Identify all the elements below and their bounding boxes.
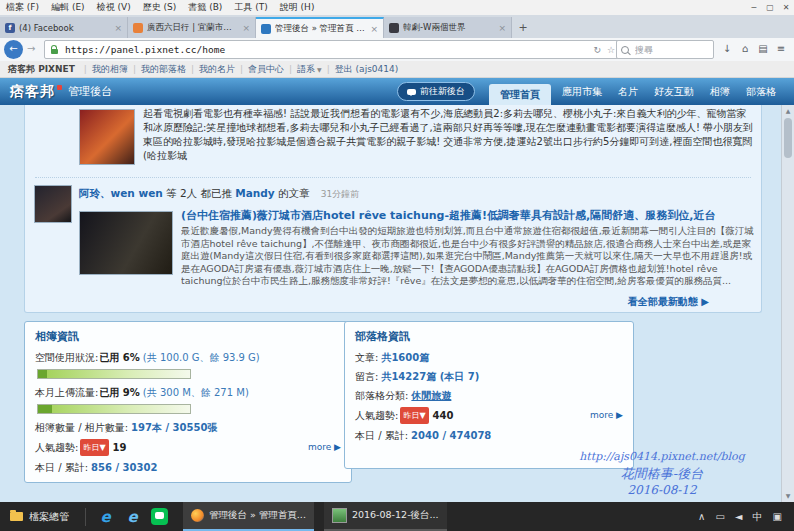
- category-link[interactable]: 休閒旅遊: [411, 388, 451, 403]
- tab-app-market[interactable]: 應用市集: [554, 78, 610, 105]
- menu-file[interactable]: 檔案 (F): [0, 1, 45, 14]
- see-all-activity-link[interactable]: 看全部最新動態 ▶: [628, 295, 709, 309]
- comments-label: 留言:: [355, 369, 378, 384]
- window-controls: ─ ▢ ✕: [746, 3, 794, 12]
- tab-facebook[interactable]: f (4) Facebook ×: [0, 17, 128, 38]
- my-album-link[interactable]: 我的相簿: [92, 63, 128, 76]
- close-icon[interactable]: ✕: [778, 3, 794, 12]
- download-icon[interactable]: ↓: [718, 40, 736, 58]
- volume-icon[interactable]: ◄: [735, 511, 743, 522]
- yesterday-badge: 昨日▼: [400, 407, 428, 424]
- search-input[interactable]: [633, 44, 709, 56]
- tab-close-icon[interactable]: ×: [495, 23, 506, 33]
- tab-drama[interactable]: 韓劇-W兩個世界 ×: [384, 17, 512, 38]
- library-icon[interactable]: ▤: [754, 40, 772, 58]
- image-file-icon: [332, 508, 347, 523]
- scrollbar-thumb[interactable]: [784, 118, 792, 158]
- album-trend-label: 人氣趨勢:: [35, 440, 78, 455]
- go-new-label: 前往新後台: [420, 85, 465, 98]
- line-icon: [151, 508, 168, 525]
- feed-item2-avatar[interactable]: [34, 185, 72, 223]
- articles-value: 共1600篇: [381, 350, 429, 365]
- album-today-value: 856 / 30302: [91, 460, 157, 475]
- album-today-label: 本日 / 累計:: [35, 460, 88, 475]
- my-blog-link[interactable]: 我的部落格: [141, 63, 186, 76]
- folder-icon: [10, 512, 23, 521]
- feed-item1-thumbnail[interactable]: [79, 109, 135, 165]
- pixnet-brand-link[interactable]: 痞客邦 PIXNET: [8, 63, 75, 76]
- hamburger-menu-icon[interactable]: ≡: [772, 40, 790, 58]
- upload-traffic-label: 本月上傳流量:: [35, 385, 98, 400]
- lock-icon: [51, 49, 58, 54]
- reload-icon[interactable]: ↻: [590, 45, 604, 55]
- minimize-icon[interactable]: ─: [746, 3, 762, 12]
- separator: |: [327, 64, 330, 74]
- tab-friend-interaction[interactable]: 好友互動: [646, 78, 702, 105]
- tab-close-icon[interactable]: ×: [367, 24, 378, 34]
- taskbar-image-task[interactable]: 2016-08-12-後台...: [324, 502, 447, 531]
- feed-item1-text: 起看電視劇看電影也有種幸福感! 話說最近我們想看的電影還有不少,海底總動員2:多…: [143, 107, 755, 163]
- display-icon[interactable]: ▭: [715, 511, 724, 522]
- tab-bar: f (4) Facebook × 廣西六日行 | 宜蘭市傳藝… × 管理後台 »…: [0, 15, 794, 38]
- menu-bookmarks[interactable]: 書籤 (B): [182, 1, 228, 14]
- article-title-link[interactable]: (台中住宿推薦)薇汀城市酒店hotel rêve taichung-超推薦!低調…: [181, 209, 753, 223]
- tab-album[interactable]: 相簿: [702, 78, 738, 105]
- url-input[interactable]: [63, 43, 590, 56]
- blog-more-link[interactable]: more ▶: [590, 408, 623, 423]
- tab-pixnet-admin[interactable]: 管理後台 » 管理首頁 » 管… ×: [256, 17, 384, 38]
- menu-view[interactable]: 檢視 (V): [91, 1, 137, 14]
- tab-label: (4) Facebook: [19, 23, 111, 33]
- separator: |: [133, 64, 136, 74]
- chevron-up-icon[interactable]: ∧: [698, 511, 705, 522]
- author-link[interactable]: Mandy: [235, 187, 274, 199]
- url-bar[interactable]: ↻ ☆: [44, 40, 624, 59]
- menu-help[interactable]: 說明 (H): [274, 1, 321, 14]
- blog-favicon-icon: [133, 23, 143, 33]
- blog-today-label: 本日 / 累計:: [355, 428, 408, 443]
- menu-history[interactable]: 歷史 (S): [137, 1, 183, 14]
- taskbar-ie-button[interactable]: e: [119, 502, 146, 531]
- taskbar-edge-button[interactable]: e: [92, 502, 119, 531]
- drama-favicon-icon: [389, 23, 399, 33]
- watermark-blog-name: 花間樁事-後台: [556, 465, 768, 482]
- watermark: http://ajs0414.pixnet.net/blog 花間樁事-後台 2…: [556, 449, 768, 498]
- blog-info-title: 部落格資訊: [355, 329, 623, 344]
- search-bar[interactable]: [616, 40, 714, 59]
- my-namecard-link[interactable]: 我的名片: [199, 63, 235, 76]
- taskbar-explorer-button[interactable]: 檔案總管: [0, 502, 79, 531]
- tab-namecard[interactable]: 名片: [610, 78, 646, 105]
- home-icon[interactable]: ⌂: [736, 40, 754, 58]
- article-excerpt: 最近歡慶暑假,Mandy覺得有機會到台中出發的短期旅遊也特別划算,而且台中通常旅…: [181, 225, 755, 293]
- action-center-icon[interactable]: ▣: [773, 511, 782, 522]
- album-info-title: 相簿資訊: [35, 329, 341, 344]
- taskbar-line-button[interactable]: [146, 502, 173, 531]
- menu-edit[interactable]: 編輯 (E): [45, 1, 91, 14]
- tab-close-icon[interactable]: ×: [111, 23, 122, 33]
- new-tab-button[interactable]: +: [512, 17, 534, 38]
- tab-travel-blog[interactable]: 廣西六日行 | 宜蘭市傳藝… ×: [128, 17, 256, 38]
- article-thumbnail[interactable]: [79, 211, 173, 275]
- tab-close-icon[interactable]: ×: [239, 23, 250, 33]
- user-links[interactable]: 阿玲、wen wen: [79, 187, 163, 199]
- language-dropdown[interactable]: 語系: [297, 63, 315, 76]
- blog-trend-value: 440: [433, 408, 454, 423]
- logout-link[interactable]: 登出 (ajs0414): [335, 63, 399, 76]
- back-button[interactable]: ←: [4, 40, 23, 59]
- menu-tools[interactable]: 工具 (T): [228, 1, 273, 14]
- scroll-down-arrow-icon[interactable]: ▼: [782, 490, 794, 502]
- go-new-backend-button[interactable]: 前往新後台: [397, 82, 475, 101]
- search-icon: [621, 46, 629, 54]
- forward-button[interactable]: →: [27, 43, 35, 54]
- ime-indicator[interactable]: 中: [753, 510, 763, 524]
- taskbar-firefox-task[interactable]: 管理後台 » 管理首頁...: [183, 502, 314, 531]
- album-more-link[interactable]: more ▶: [308, 440, 341, 455]
- tab-blog[interactable]: 部落格: [738, 78, 784, 105]
- tab-admin-home[interactable]: 管理首頁: [489, 84, 551, 105]
- member-center-link[interactable]: 會員中心: [248, 63, 284, 76]
- maximize-icon[interactable]: ▢: [762, 3, 778, 12]
- speech-bubble-icon: [407, 89, 416, 95]
- scroll-up-arrow-icon[interactable]: ▲: [782, 105, 794, 117]
- blog-trend-label: 人氣趨勢:: [355, 408, 398, 423]
- scrollbar[interactable]: ▲ ▼: [781, 105, 794, 502]
- pixnet-logo[interactable]: 痞客邦: [10, 83, 55, 101]
